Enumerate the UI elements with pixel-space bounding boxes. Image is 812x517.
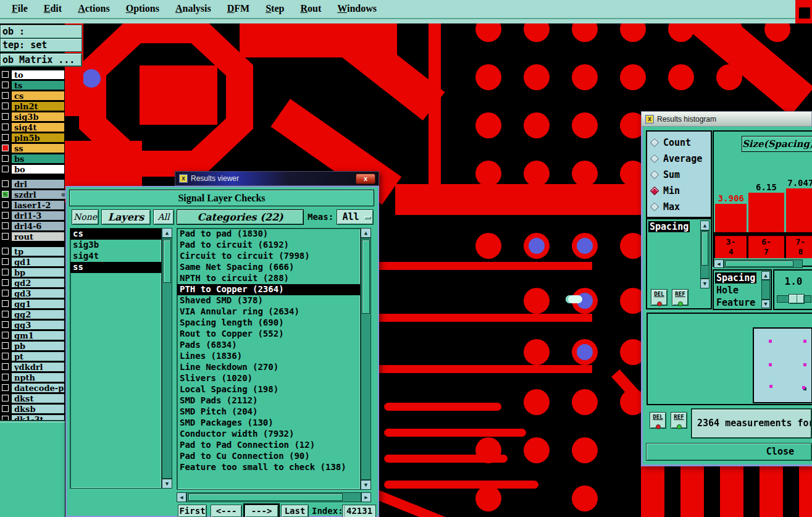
layer-checkbox[interactable] <box>2 71 9 78</box>
measure-scrollbar[interactable]: ▲ ▼ <box>700 221 709 288</box>
layer-row-datecode-pt[interactable]: datecode-pt <box>0 382 65 393</box>
next-button[interactable]: ---> <box>245 505 278 517</box>
histogram-bar[interactable] <box>786 188 812 232</box>
radio-diamond-icon[interactable] <box>650 154 659 163</box>
layer-checkbox[interactable] <box>2 374 9 380</box>
layer-checkbox[interactable] <box>2 342 9 349</box>
menu-item-options[interactable]: Options <box>118 2 167 15</box>
menu-item-analysis[interactable]: Analysis <box>167 2 219 15</box>
measure-item[interactable]: Spacing <box>648 221 699 233</box>
layer-checkbox[interactable] <box>2 258 9 265</box>
category-item[interactable]: Conductor width (7932) <box>177 429 360 440</box>
category-item[interactable]: Pad to Pad Connection (12) <box>177 440 360 451</box>
categories-hscrollbar[interactable]: ◀ ▶ <box>177 492 371 502</box>
layer-row-bp[interactable]: bp <box>0 267 65 277</box>
scrollbar-thumb[interactable] <box>362 240 370 314</box>
category-item[interactable]: Spacing length (690) <box>177 317 360 329</box>
scroll-down-icon[interactable]: ▼ <box>761 300 770 308</box>
layer-row-cs[interactable]: cs <box>0 90 65 101</box>
layer-filter-item[interactable]: cs <box>70 229 161 240</box>
layer-row-gg2[interactable]: gg2 <box>0 309 65 319</box>
layer-row-gd1[interactable]: gd1 <box>0 256 65 267</box>
results-viewer-titlebar[interactable]: x Results viewer x <box>175 171 379 186</box>
del-button[interactable]: DEL <box>650 412 666 429</box>
series-item[interactable]: Spacing <box>715 272 756 284</box>
layer-row-ydkdrl[interactable]: ydkdrl <box>0 361 65 372</box>
layer-checkbox[interactable] <box>2 290 9 296</box>
radio-diamond-icon[interactable] <box>650 203 659 211</box>
layer-row-pln2t[interactable]: pln2t <box>0 101 65 111</box>
layer-checkbox[interactable] <box>2 233 9 240</box>
layer-checkbox[interactable] <box>2 103 9 109</box>
layer-filter-item[interactable]: sig3b <box>70 240 161 251</box>
histogram-bar[interactable] <box>748 193 784 232</box>
scroll-left-icon[interactable]: ◀ <box>177 492 186 502</box>
category-item[interactable]: SMD Packages (130) <box>177 418 360 429</box>
index-input[interactable]: 42131 <box>342 505 376 517</box>
layer-row-pln5b[interactable]: pln5b <box>0 132 65 143</box>
radio-diamond-icon[interactable] <box>650 138 659 147</box>
scroll-down-icon[interactable]: ▼ <box>361 480 371 490</box>
radio-diamond-icon[interactable] <box>650 170 659 179</box>
scroll-up-icon[interactable]: ▲ <box>162 228 172 238</box>
layer-row-pb[interactable]: pb <box>0 340 65 351</box>
scrollbar-thumb[interactable] <box>701 232 708 266</box>
menu-item-actions[interactable]: Actions <box>70 2 118 15</box>
results-histogram-titlebar[interactable]: x Results histogram <box>641 111 812 127</box>
category-item[interactable]: Circuit to circuit (7998) <box>177 251 360 262</box>
category-item[interactable]: Shaved SMD (378) <box>177 295 360 306</box>
layer-row-dkst[interactable]: dkst <box>0 393 65 403</box>
radio-diamond-icon[interactable] <box>650 187 659 195</box>
layer-row-to[interactable]: to <box>0 69 65 80</box>
layer-checkbox[interactable] <box>2 300 9 307</box>
scrollbar-trough[interactable] <box>186 492 361 502</box>
category-item[interactable]: Pad to pad (1830) <box>177 229 360 240</box>
scroll-down-icon[interactable]: ▼ <box>700 279 709 288</box>
layer-checkbox[interactable] <box>2 395 9 401</box>
menu-item-windows[interactable]: Windows <box>329 2 385 15</box>
first-button[interactable]: First <box>178 505 207 517</box>
layer-filter-item[interactable]: ss <box>70 262 161 273</box>
layer-checkbox[interactable] <box>2 92 9 99</box>
menu-item-dfm[interactable]: DFM <box>219 2 257 15</box>
category-item[interactable]: NPTH to circuit (288) <box>177 273 360 284</box>
scrollbar-trough[interactable] <box>724 259 803 268</box>
last-button[interactable]: Last <box>281 505 309 517</box>
layer-row-sig3b[interactable]: sig3b <box>0 111 65 122</box>
metric-radio-sum[interactable]: Sum <box>647 167 711 183</box>
layer-row-gg3[interactable]: gg3 <box>0 319 65 330</box>
layer-row-gg1[interactable]: gg1 <box>0 298 65 309</box>
layer-row-gm1[interactable]: gm1 <box>0 330 65 340</box>
metric-radio-max[interactable]: Max <box>647 199 711 215</box>
category-item[interactable]: Pads (6834) <box>177 340 360 351</box>
category-item[interactable]: Feature too small to check (138) <box>177 462 360 473</box>
layer-checkbox[interactable] <box>2 134 9 141</box>
layer-checkbox[interactable] <box>2 222 9 229</box>
layer-checkbox[interactable] <box>2 332 9 338</box>
menu-item-step[interactable]: Step <box>257 2 292 15</box>
layer-row-tp[interactable]: tp <box>0 246 65 256</box>
layer-row-ts[interactable]: ts <box>0 80 65 90</box>
series-item[interactable]: Hole <box>715 284 756 296</box>
layer-filter-list[interactable]: cssig3bsig4tss <box>70 228 162 489</box>
layer-row-laser1-2[interactable]: laser1-2 <box>0 200 65 210</box>
categories-list[interactable]: Pad to pad (1830)Pad to circuit (6192)Ci… <box>177 228 361 490</box>
categories-scrollbar[interactable]: ▲ ▼ <box>361 228 371 490</box>
layer-checkbox[interactable] <box>2 363 9 370</box>
category-item[interactable]: SMD Pitch (204) <box>177 406 360 418</box>
menu-item-edit[interactable]: Edit <box>36 2 70 15</box>
scroll-left-icon[interactable]: ◀ <box>714 259 724 268</box>
layer-row-npth[interactable]: npth <box>0 372 65 382</box>
layer-checkbox[interactable] <box>2 113 9 120</box>
layer-row-sig4t[interactable]: sig4t <box>0 122 65 132</box>
layer-row-szdrl[interactable]: ↖szdrl⊞ <box>0 189 65 200</box>
ref-button[interactable]: REF <box>672 289 689 306</box>
layer-list-scrollbar[interactable]: ▲ ▼ <box>162 228 172 489</box>
layer-row-gd2[interactable]: gd2 <box>0 277 65 288</box>
layer-checkbox[interactable] <box>2 124 9 130</box>
ref-button[interactable]: REF <box>671 412 687 429</box>
layers-button[interactable]: Layers <box>101 209 151 225</box>
scroll-right-icon[interactable]: ▶ <box>361 492 371 502</box>
prev-button[interactable]: <--- <box>211 505 242 517</box>
work-layer-arrow-icon[interactable]: ↖ <box>2 191 9 198</box>
